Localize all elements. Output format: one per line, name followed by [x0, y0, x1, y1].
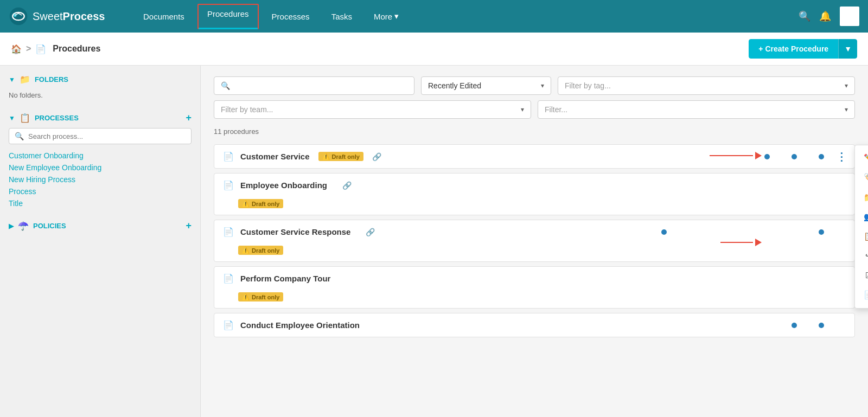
- sort-label: Recently Edited: [428, 81, 537, 90]
- nav-processes[interactable]: Processes: [263, 8, 318, 25]
- folders-header: ▼ 📁 FOLDERS: [9, 74, 192, 85]
- procedures-list: 📄 Customer Service ⚠️ Draft only 🔗 ⋮: [214, 144, 855, 337]
- sidebar-item-new-employee-onboarding[interactable]: New Employee Onboarding: [9, 162, 192, 174]
- sidebar-processes-section: ▼ 📋 PROCESSES + 🔍 Customer Onboarding Ne…: [9, 112, 192, 209]
- procedure-item-employee-onboarding: 📄 Employee Onboarding 🔗 ⚠️ Draft only: [214, 173, 855, 215]
- folder-icon: 📁: [864, 193, 868, 202]
- procedure-name[interactable]: Perform Company Tour: [240, 274, 330, 283]
- procedure-info: Conduct Employee Orientation: [240, 320, 785, 330]
- chevron-down-icon: ▾: [845, 82, 848, 89]
- blue-dot: [661, 229, 667, 235]
- team-filter[interactable]: Filter by team... ▾: [214, 100, 531, 119]
- page-title: Procedures: [53, 44, 100, 54]
- dropdown-export[interactable]: 📄 Export: [855, 285, 868, 305]
- procedure-name[interactable]: Conduct Employee Orientation: [240, 320, 360, 330]
- dropdown-edit-tags[interactable]: 🏷️ Edit tags: [855, 168, 868, 188]
- procedure-icon: 📄: [223, 227, 234, 237]
- procedure-name[interactable]: Employee Onboarding: [240, 181, 327, 190]
- blue-dot: [819, 323, 824, 328]
- dropdown-duplicate[interactable]: 📋 Duplicate: [855, 227, 868, 246]
- create-procedure-group: + Create Procedure ▼: [749, 39, 857, 59]
- nav-documents[interactable]: Documents: [135, 8, 193, 25]
- sidebar-item-process[interactable]: Process: [9, 185, 192, 197]
- policies-chevron[interactable]: ▶: [9, 222, 14, 230]
- duplicate-icon: 📋: [864, 232, 868, 241]
- link-icon[interactable]: 🔗: [342, 181, 352, 190]
- link-icon[interactable]: 🔗: [366, 228, 375, 236]
- bell-icon[interactable]: 🔔: [819, 10, 831, 22]
- procedure-item-perform-company-tour: 📄 Perform Company Tour ⚠️ Draft only: [214, 266, 855, 309]
- chevron-down-icon: ▾: [541, 82, 544, 89]
- sort-filter[interactable]: Recently Edited ▾: [421, 76, 551, 95]
- dropdown-edit[interactable]: ✏️ Edit: [855, 149, 868, 168]
- breadcrumb-icon: 📄: [35, 44, 46, 54]
- search-icon: 🔍: [15, 132, 24, 140]
- warning-icon: ⚠️: [242, 293, 250, 300]
- folders-title: ▼ 📁 FOLDERS: [9, 74, 68, 85]
- edit-icon: ✏️: [864, 153, 868, 163]
- procedure-name[interactable]: Customer Service: [240, 152, 310, 161]
- no-folders-text: No folders.: [9, 89, 192, 101]
- blue-dot: [819, 229, 824, 235]
- status-filter[interactable]: Filter... ▾: [538, 100, 855, 119]
- share-icon: ↪: [864, 251, 868, 261]
- dropdown-assign-as-task[interactable]: ☑ Assign as Task: [855, 266, 868, 285]
- logo-icon: [9, 7, 28, 26]
- chevron-down-icon: ▾: [845, 106, 848, 113]
- nav-procedures[interactable]: Procedures: [197, 4, 259, 29]
- procedure-search-input[interactable]: [234, 81, 407, 90]
- tag-placeholder: Filter by tag...: [565, 81, 840, 90]
- nav-tasks[interactable]: Tasks: [323, 8, 361, 25]
- breadcrumb: 🏠 > 📄 Procedures: [11, 44, 100, 54]
- dot-indicators: [661, 229, 824, 235]
- procedure-item-conduct-employee-orientation: 📄 Conduct Employee Orientation: [214, 313, 855, 337]
- logo[interactable]: SweetProcess: [9, 7, 117, 26]
- policies-icon: ☂️: [18, 221, 29, 231]
- procedure-name[interactable]: Customer Service Response: [240, 227, 350, 236]
- add-process-button[interactable]: +: [186, 112, 192, 124]
- add-policy-button[interactable]: +: [186, 220, 192, 232]
- warning-icon: ⚠️: [242, 247, 250, 254]
- dropdown-folders[interactable]: 📁 Folders: [855, 188, 868, 207]
- create-procedure-button[interactable]: + Create Procedure: [749, 39, 838, 59]
- folder-icon: 📁: [20, 74, 30, 85]
- tag-icon: 🏷️: [864, 173, 868, 183]
- processes-icon: 📋: [20, 113, 30, 123]
- policies-header: ▶ ☂️ POLICIES +: [9, 220, 192, 232]
- sidebar-item-customer-onboarding[interactable]: Customer Onboarding: [9, 150, 192, 162]
- folders-chevron[interactable]: ▼: [9, 76, 15, 84]
- search-icon[interactable]: 🔍: [799, 10, 810, 22]
- create-procedure-dropdown-button[interactable]: ▼: [838, 39, 857, 59]
- warning-icon: ⚠️: [322, 153, 330, 160]
- sidebar-folders-section: ▼ 📁 FOLDERS No folders.: [9, 74, 192, 101]
- procedure-info: Customer Service ⚠️ Draft only 🔗: [240, 152, 758, 161]
- nav-links: Documents Procedures Processes Tasks Mor…: [135, 4, 799, 29]
- breadcrumb-bar: 🏠 > 📄 Procedures + Create Procedure ▼: [0, 33, 868, 66]
- sidebar-item-new-hiring-process[interactable]: New Hiring Process: [9, 174, 192, 185]
- tag-filter[interactable]: Filter by tag... ▾: [558, 76, 855, 95]
- search-icon: 🔍: [221, 81, 230, 90]
- link-icon[interactable]: 🔗: [372, 152, 381, 161]
- blue-dot: [792, 154, 797, 159]
- checkbox-icon: ☑: [864, 271, 868, 280]
- dropdown-share[interactable]: ↪ Share: [855, 246, 868, 266]
- breadcrumb-separator: >: [26, 44, 31, 54]
- filter-placeholder: Filter...: [545, 105, 840, 114]
- nav-more[interactable]: More ▾: [365, 7, 407, 25]
- draft-badge: ⚠️ Draft only: [238, 292, 283, 301]
- draft-badge: ⚠️ Draft only: [318, 152, 363, 161]
- draft-badge: ⚠️ Draft only: [238, 199, 283, 208]
- sidebar-item-title[interactable]: Title: [9, 197, 192, 209]
- chevron-down-icon: ▾: [521, 106, 524, 113]
- process-search-input[interactable]: [28, 132, 186, 140]
- blue-dot: [792, 323, 797, 328]
- chevron-down-icon: ▾: [394, 11, 399, 21]
- procedure-icon: 📄: [223, 320, 234, 330]
- search-filter: 🔍: [214, 76, 414, 95]
- avatar[interactable]: [840, 7, 859, 26]
- filters-row-2: Filter by team... ▾ Filter... ▾: [214, 100, 855, 119]
- more-options-button[interactable]: ⋮: [836, 150, 848, 163]
- home-link[interactable]: 🏠: [11, 44, 22, 54]
- processes-chevron[interactable]: ▼: [9, 114, 15, 122]
- dropdown-teams[interactable]: 👥 Teams: [855, 207, 868, 227]
